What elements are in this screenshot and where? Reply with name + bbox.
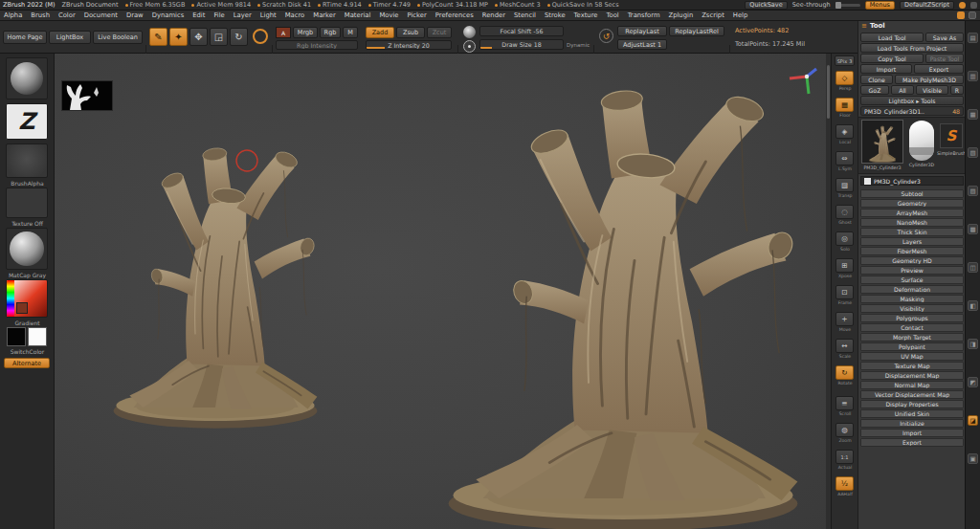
dock-icon-7[interactable]: ◫ bbox=[968, 262, 978, 273]
tool-section-display-properties[interactable]: Display Properties bbox=[860, 400, 964, 408]
zscript-button[interactable]: DefaultZScript bbox=[900, 1, 954, 10]
lightbox-button[interactable]: LightBox bbox=[49, 31, 91, 44]
zsub-button[interactable]: Zsub bbox=[396, 27, 425, 38]
current-brush-thumbnail[interactable] bbox=[6, 57, 48, 99]
dock-icon-3[interactable]: ▦ bbox=[968, 109, 978, 120]
frame-toggle-icon[interactable]: ⊡ bbox=[835, 285, 854, 299]
current-texture-thumbnail[interactable] bbox=[6, 187, 48, 218]
menu-item-draw[interactable]: Draw bbox=[126, 11, 144, 19]
ghost-toggle-icon[interactable]: ◌ bbox=[835, 205, 854, 219]
cylinder3d-thumbnail[interactable] bbox=[909, 121, 934, 161]
dock-icon-6[interactable]: ▩ bbox=[968, 224, 978, 234]
load-tools-from-project-button[interactable]: Load Tools From Project bbox=[860, 43, 964, 53]
goz-relink-button[interactable]: R bbox=[950, 85, 964, 95]
menu-item-alpha[interactable]: Alpha bbox=[4, 11, 22, 19]
import-button[interactable]: Import bbox=[860, 64, 912, 74]
local-toggle-icon[interactable]: ◈ bbox=[835, 124, 854, 139]
tool-section-arraymesh[interactable]: ArrayMesh bbox=[860, 209, 964, 217]
tool-section-import[interactable]: Import bbox=[860, 429, 964, 437]
tool-section-nanomesh[interactable]: NanoMesh bbox=[860, 218, 964, 227]
current-material-thumbnail[interactable] bbox=[6, 228, 48, 270]
menu-item-tool[interactable]: Tool bbox=[607, 11, 619, 19]
menus-button[interactable]: Menus bbox=[865, 1, 895, 10]
dock-icon-4[interactable]: ▧ bbox=[968, 147, 978, 158]
dock-icon-9[interactable]: ◨ bbox=[968, 339, 978, 349]
draw-size-slider[interactable]: Draw Size 18 bbox=[479, 39, 564, 50]
menu-item-color[interactable]: Color bbox=[58, 11, 76, 19]
actual-size-icon[interactable]: 1:1 bbox=[835, 450, 854, 464]
tool-section-preview[interactable]: Preview bbox=[860, 266, 964, 275]
menu-item-render[interactable]: Render bbox=[482, 11, 505, 19]
zcut-button[interactable]: Zcut bbox=[427, 27, 452, 38]
tool-section-deformation[interactable]: Deformation bbox=[860, 285, 964, 294]
edit-object-icon[interactable]: ✎ bbox=[149, 28, 167, 46]
aahalf-icon[interactable]: ½ bbox=[835, 476, 854, 491]
export-button[interactable]: Export bbox=[914, 64, 964, 74]
mrgb-button[interactable]: Mrgb bbox=[293, 27, 318, 38]
tool-section-fibermesh[interactable]: FiberMesh bbox=[860, 247, 964, 255]
solo-toggle-icon[interactable]: ◎ bbox=[835, 231, 854, 246]
menu-item-macro[interactable]: Macro bbox=[285, 11, 305, 19]
secondary-color-swatch[interactable] bbox=[28, 327, 47, 346]
copy-tool-button[interactable]: Copy Tool bbox=[860, 54, 924, 63]
circle-indicator-icon[interactable] bbox=[959, 2, 966, 9]
adjust-last-button[interactable]: AdjustLast 1 bbox=[617, 39, 667, 50]
tool-section-normal-map[interactable]: Normal Map bbox=[860, 381, 964, 389]
quicksave-button[interactable]: QuickSave bbox=[745, 1, 787, 10]
z-intensity-slider[interactable]: Z Intensity 20 bbox=[366, 40, 452, 50]
menu-item-preferences[interactable]: Preferences bbox=[435, 11, 474, 19]
menubar-gray-icon[interactable] bbox=[969, 11, 976, 19]
menu-item-file[interactable]: File bbox=[213, 11, 224, 19]
color-swatch[interactable]: A bbox=[276, 27, 291, 38]
goz-visible-button[interactable]: Visible bbox=[916, 85, 948, 95]
scale-mode-icon[interactable]: ◲ bbox=[210, 28, 228, 46]
dock-icon-12[interactable]: ▣ bbox=[968, 453, 978, 464]
transp-toggle-icon[interactable]: ▨ bbox=[835, 178, 854, 192]
replay-last-button[interactable]: ReplayLast bbox=[617, 26, 667, 36]
tool-section-uv-map[interactable]: UV Map bbox=[860, 352, 964, 361]
sculpt-tree-large[interactable] bbox=[449, 89, 798, 529]
paste-tool-button[interactable]: Paste Tool bbox=[925, 54, 964, 63]
menu-item-movie[interactable]: Movie bbox=[379, 11, 398, 19]
simplebrush-thumbnail[interactable]: S bbox=[940, 123, 963, 148]
tool-section-texture-map[interactable]: Texture Map bbox=[860, 362, 964, 370]
move-mode-icon[interactable]: ✥ bbox=[189, 28, 208, 46]
persp-toggle-icon[interactable]: ◇ bbox=[835, 71, 854, 85]
dock-icon-2[interactable]: ▥ bbox=[968, 71, 978, 81]
tool-section-geometry-hd[interactable]: Geometry HD bbox=[860, 256, 964, 265]
document-canvas[interactable] bbox=[55, 54, 831, 529]
draw-size-icon[interactable] bbox=[463, 40, 476, 53]
tool-name-slider[interactable]: PM3D_Cylinder3D1..48 bbox=[860, 106, 964, 116]
main-color-swatch[interactable] bbox=[7, 327, 26, 346]
spix-slider[interactable]: SPix3 bbox=[835, 55, 855, 66]
menu-item-stencil[interactable]: Stencil bbox=[514, 11, 536, 19]
menu-item-dynamics[interactable]: Dynamics bbox=[152, 11, 185, 19]
menu-item-material[interactable]: Material bbox=[345, 11, 371, 19]
dock-icon-5[interactable]: ▨ bbox=[968, 186, 978, 196]
tool-section-unified-skin[interactable]: Unified Skin bbox=[860, 409, 964, 418]
tool-section-visibility[interactable]: Visibility bbox=[860, 304, 964, 313]
dynamic-toggle[interactable]: Dynamic bbox=[567, 42, 590, 48]
menu-item-brush[interactable]: Brush bbox=[31, 11, 50, 19]
floor-toggle-icon[interactable]: ▦ bbox=[835, 98, 854, 112]
hue-strip[interactable] bbox=[7, 280, 14, 317]
active-tool-bar[interactable]: PM3D_Cylinder3 bbox=[860, 176, 964, 186]
tool-section-thick-skin[interactable]: Thick Skin bbox=[860, 228, 964, 236]
tool-section-surface[interactable]: Surface bbox=[860, 276, 964, 284]
rotate-view-icon[interactable]: ↻ bbox=[835, 365, 854, 380]
seethrough-slider[interactable] bbox=[835, 4, 860, 7]
dock-icon-8[interactable]: ◧ bbox=[968, 300, 978, 311]
menu-item-light[interactable]: Light bbox=[260, 11, 277, 19]
focal-shift-slider[interactable]: Focal Shift -56 bbox=[479, 26, 564, 36]
zoom-canvas-icon[interactable]: ◍ bbox=[835, 423, 854, 437]
dock-icon-11[interactable]: ◪ bbox=[968, 415, 978, 426]
tool-section-morph-target[interactable]: Morph Target bbox=[860, 333, 964, 342]
menubar-orange-icon[interactable] bbox=[957, 11, 965, 19]
active-tool-thumbnail[interactable] bbox=[861, 120, 903, 164]
rgb-intensity-slider[interactable]: Rgb Intensity bbox=[276, 40, 358, 50]
menu-item-marker[interactable]: Marker bbox=[313, 11, 336, 19]
tool-section-polypaint[interactable]: Polypaint bbox=[860, 342, 964, 351]
menu-item-help[interactable]: Help bbox=[733, 11, 748, 19]
current-alpha-thumbnail[interactable] bbox=[6, 143, 48, 178]
scale-view-icon[interactable]: ↔ bbox=[835, 339, 854, 353]
